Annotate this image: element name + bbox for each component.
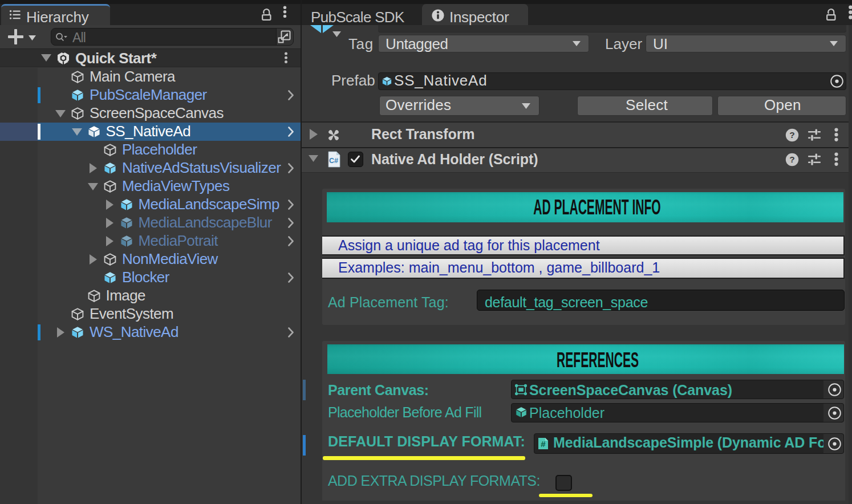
svg-text:?: ? [789,130,794,140]
svg-text:C#: C# [329,157,338,165]
svg-text:#: # [541,439,546,449]
svg-text:?: ? [789,155,794,164]
